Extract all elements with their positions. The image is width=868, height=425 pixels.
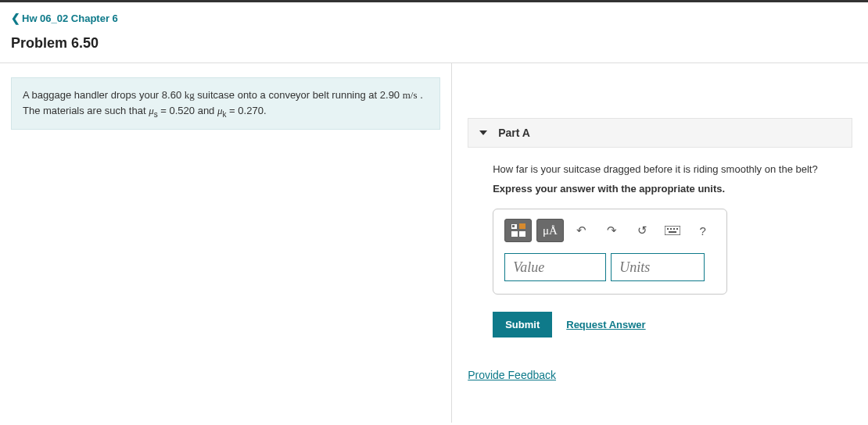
breadcrumb-link[interactable]: ❮ Hw 06_02 Chapter 6 xyxy=(11,12,118,24)
svg-rect-2 xyxy=(519,223,525,229)
help-icon: ? xyxy=(700,224,706,238)
problem-title: Problem 6.50 xyxy=(11,35,857,52)
part-a-header[interactable]: Part A xyxy=(468,118,852,148)
units-input[interactable] xyxy=(611,253,705,281)
keyboard-button[interactable] xyxy=(659,219,685,242)
prompt-text: and xyxy=(195,105,217,116)
svg-rect-9 xyxy=(676,228,678,230)
collapse-triangle-icon xyxy=(479,130,487,135)
svg-rect-5 xyxy=(665,226,680,235)
svg-rect-1 xyxy=(512,225,515,227)
redo-button[interactable]: ↷ xyxy=(599,219,625,242)
undo-icon: ↶ xyxy=(576,223,586,238)
reset-icon: ↺ xyxy=(637,223,647,238)
part-a-question: How far is your suitcase dragged before … xyxy=(493,163,827,175)
svg-rect-10 xyxy=(669,231,676,233)
reset-button[interactable]: ↺ xyxy=(629,219,655,242)
svg-rect-7 xyxy=(670,228,672,230)
part-a-label: Part A xyxy=(498,127,530,139)
speed-value: 2.90 xyxy=(380,89,400,101)
problem-prompt: A baggage handler drops your 8.60 kg sui… xyxy=(11,77,440,130)
prompt-text: suitcase onto a conveyor belt running at xyxy=(195,89,380,101)
svg-rect-8 xyxy=(673,228,675,230)
value-input[interactable] xyxy=(504,253,606,281)
submit-button[interactable]: Submit xyxy=(493,312,552,338)
mu-k-value: 0.270 xyxy=(238,105,264,116)
provide-feedback-link[interactable]: Provide Feedback xyxy=(468,369,556,381)
request-answer-link[interactable]: Request Answer xyxy=(566,319,645,330)
templates-button[interactable] xyxy=(504,219,532,242)
mass-value: 8.60 xyxy=(162,89,181,101)
chevron-left-icon: ❮ xyxy=(11,12,20,24)
speed-unit: m/s xyxy=(403,89,418,101)
svg-rect-3 xyxy=(511,231,518,237)
mu-s-symbol: μs xyxy=(149,105,158,116)
mu-a-label: μÅ xyxy=(543,224,558,238)
special-chars-button[interactable]: μÅ xyxy=(536,219,564,242)
svg-rect-4 xyxy=(519,231,525,237)
prompt-text: A baggage handler drops your xyxy=(23,89,162,101)
breadcrumb-label: Hw 06_02 Chapter 6 xyxy=(22,12,118,24)
answer-box: μÅ ↶ ↷ ↺ xyxy=(493,209,727,295)
prompt-text: . xyxy=(264,105,267,116)
svg-rect-6 xyxy=(667,228,669,230)
mu-s-value: 0.520 xyxy=(170,105,195,116)
redo-icon: ↷ xyxy=(607,223,617,238)
keyboard-icon xyxy=(665,224,680,238)
part-a-instruction: Express your answer with the appropriate… xyxy=(493,183,827,195)
mass-unit: kg xyxy=(185,89,195,101)
help-button[interactable]: ? xyxy=(690,219,716,242)
undo-button[interactable]: ↶ xyxy=(569,219,594,242)
mu-k-symbol: μk xyxy=(217,105,227,116)
